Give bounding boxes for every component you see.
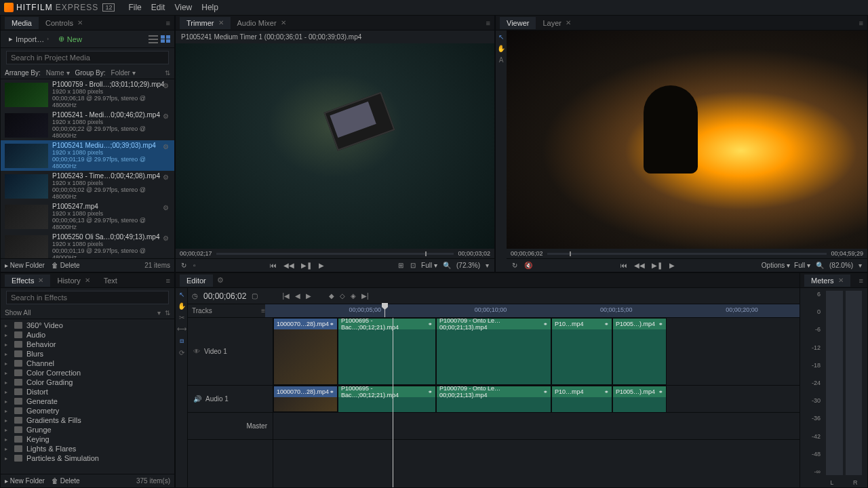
gear-icon[interactable]: ⚙ — [217, 276, 224, 285]
cursor-tool[interactable]: ↖ — [497, 33, 505, 41]
view-grid-button[interactable] — [161, 35, 170, 43]
trimmer-scrubber[interactable] — [216, 253, 454, 255]
tab-history[interactable]: History✕ — [50, 274, 96, 287]
gear-icon[interactable]: ⚙ — [163, 204, 169, 211]
timeline-clip[interactable]: 1000070…28).mp4⚭ — [273, 318, 338, 385]
arrange-dropdown[interactable]: Name ▾ — [46, 69, 70, 77]
viewer-scrubber[interactable] — [547, 253, 827, 255]
timeline-audio-clip[interactable]: P1005…).mp4⚭ — [612, 386, 667, 413]
close-icon[interactable]: ✕ — [85, 277, 90, 284]
timeline-ruler[interactable]: 00;00;05;00 00;00;10;00 00;00;15;00 00;0… — [265, 304, 863, 317]
link-icon[interactable]: ⚭ — [543, 389, 548, 395]
next-frame-button[interactable]: ▶ — [668, 262, 676, 269]
sort-icon[interactable]: ⇅ — [165, 309, 170, 317]
insert-icon[interactable]: ▫ — [192, 262, 197, 269]
tab-media[interactable]: Media — [5, 17, 39, 29]
tab-meters[interactable]: Meters✕ — [804, 274, 850, 287]
link-icon[interactable]: ⚭ — [658, 321, 663, 327]
media-item[interactable]: P1005241 - Medi…0;00;46;02).mp4 1920 x 1… — [1, 110, 174, 140]
timeline-audio-clip[interactable]: 1000070…28).mp4⚭ — [273, 386, 338, 412]
master-track[interactable] — [273, 413, 867, 440]
audio-track-header[interactable]: 🔊 Audio 1 — [188, 386, 273, 413]
gear-icon[interactable]: ⚙ — [163, 143, 169, 150]
timeline-audio-clip[interactable]: P1000709 - Onto Le… 00;00;21;13).mp4⚭ — [436, 386, 551, 413]
gear-icon[interactable]: ⚙ — [163, 174, 169, 181]
effects-category[interactable]: ▸Keying — [1, 434, 174, 444]
gear-icon[interactable]: ⚙ — [163, 113, 169, 120]
loop-icon[interactable]: ↻ — [511, 262, 519, 269]
step-back-button[interactable]: ◀◀ — [282, 262, 296, 269]
effects-category[interactable]: ▸360° Video — [1, 321, 174, 330]
menu-view[interactable]: View — [174, 3, 192, 12]
effects-category[interactable]: ▸Distort — [1, 387, 174, 396]
link-icon[interactable]: ⚭ — [330, 389, 334, 395]
link-icon[interactable]: ⚭ — [604, 321, 609, 327]
media-item[interactable]: P1000759 - Broll…;03;01;10;29).mp4 1920 … — [1, 79, 174, 110]
next-edit-button[interactable]: ▶| — [361, 292, 369, 300]
play-button[interactable]: ▶❚ — [650, 262, 664, 269]
timeline-clip[interactable]: P1000709 - Onto Le… 00;00;21;13).mp4⚭ — [436, 318, 551, 385]
delete-button[interactable]: 🗑 Delete — [52, 477, 80, 485]
search-media-input[interactable] — [6, 51, 169, 64]
timeline-clip[interactable]: P1000695 - Bac…;00;12;21).mp4⚭ — [338, 318, 436, 385]
play-button[interactable]: ▶❚ — [300, 262, 313, 269]
import-button[interactable]: ▸ Import… › — [5, 33, 53, 45]
frame-back-button[interactable]: ◀ — [295, 292, 300, 300]
effects-category[interactable]: ▸Behavior — [1, 340, 174, 349]
video-track-header[interactable]: 👁 Video 1 — [188, 318, 273, 386]
effects-category[interactable]: ▸Audio — [1, 330, 174, 340]
frame-fwd-button[interactable]: ▶ — [306, 292, 311, 300]
panel-menu-icon[interactable]: ≡ — [486, 19, 490, 27]
effects-category[interactable]: ▸Particles & Simulation — [1, 453, 174, 463]
menu-edit[interactable]: Edit — [151, 3, 165, 12]
viewer-preview[interactable] — [507, 30, 867, 249]
search-effects-input[interactable] — [6, 291, 169, 304]
speaker-icon[interactable]: 🔊 — [193, 395, 201, 403]
out-point-button[interactable]: ◇ — [340, 292, 345, 300]
range-button[interactable]: ◈ — [351, 292, 356, 300]
chevron-down-icon[interactable]: ▾ — [484, 262, 490, 269]
next-frame-button[interactable]: ▶ — [317, 262, 326, 269]
tab-editor[interactable]: Editor — [180, 274, 213, 287]
menu-file[interactable]: File — [128, 3, 141, 12]
timeline-audio-clip[interactable]: P10…mp4⚭ — [551, 386, 612, 413]
showall-dropdown[interactable]: Show All — [5, 309, 31, 317]
new-button[interactable]: ⊕ New — [58, 35, 82, 43]
prev-frame-button[interactable]: ⏮ — [619, 262, 629, 269]
overlay-icon[interactable]: ⊞ — [397, 262, 405, 269]
newfolder-button[interactable]: ▸ New Folder — [5, 262, 45, 269]
panel-menu-icon[interactable]: ≡ — [859, 19, 863, 27]
close-icon[interactable]: ✕ — [218, 19, 224, 26]
loop-icon[interactable]: ↻ — [180, 262, 188, 269]
sort-icon[interactable]: ⇅ — [165, 69, 170, 77]
eye-icon[interactable]: 👁 — [193, 348, 200, 355]
tab-controls[interactable]: Controls✕ — [39, 17, 90, 29]
timeline-audio-clip[interactable]: P1000695 - Bac…;00;12;21).mp4⚭ — [338, 386, 436, 413]
tab-layer[interactable]: Layer✕ — [536, 17, 578, 29]
gear-icon[interactable]: ⚙ — [163, 235, 169, 242]
gear-icon[interactable]: ⚙ — [163, 82, 169, 89]
chevron-down-icon[interactable]: ▾ — [157, 309, 161, 317]
hand-tool[interactable]: ✋ — [177, 302, 186, 310]
panel-menu-icon[interactable]: ≡ — [166, 19, 170, 27]
rate-tool[interactable]: ⟳ — [177, 349, 186, 357]
effects-category[interactable]: ▸Color Correction — [1, 368, 174, 378]
zoom-icon[interactable]: 🔍 — [441, 262, 452, 269]
close-icon[interactable]: ✕ — [281, 19, 286, 26]
timeline-clip[interactable]: P1005…).mp4⚭ — [612, 318, 667, 385]
slice-tool[interactable]: ✂ — [177, 314, 186, 321]
playhead-line[interactable] — [393, 318, 393, 487]
clock-icon[interactable]: ◷ — [192, 292, 198, 300]
close-icon[interactable]: ✕ — [77, 19, 83, 26]
overwrite-icon[interactable]: ⊡ — [409, 262, 417, 269]
effects-category[interactable]: ▸Color Grading — [1, 378, 174, 387]
slip-tool[interactable]: ⟷ — [177, 325, 186, 333]
effects-category[interactable]: ▸Generate — [1, 396, 174, 406]
tab-text[interactable]: Text — [97, 274, 124, 287]
quality-dropdown[interactable]: Full ▾ — [794, 262, 810, 269]
newfolder-button[interactable]: ▸ New Folder — [5, 477, 45, 485]
editor-timecode[interactable]: 00;00;06;02 — [203, 291, 246, 301]
effects-category[interactable]: ▸Lights & Flares — [1, 444, 174, 453]
timeline-clip[interactable]: P10…mp4⚭ — [551, 318, 612, 385]
tab-audiomixer[interactable]: Audio Mixer✕ — [231, 17, 293, 29]
